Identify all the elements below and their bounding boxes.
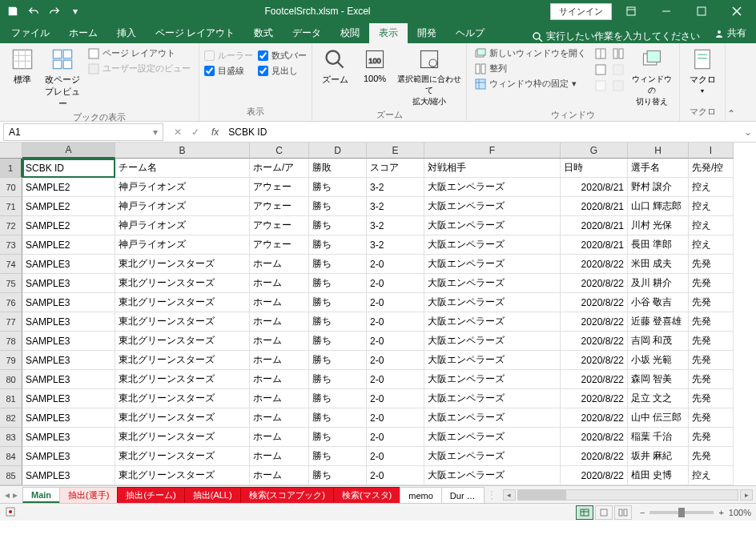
cell[interactable]: SAMPLE3 <box>22 293 115 312</box>
ribbon-tab-ヘルプ[interactable]: ヘルプ <box>446 23 494 43</box>
sheet-nav-prev-icon[interactable]: ◂ <box>5 489 10 501</box>
cell[interactable]: 山口 輝志郎 <box>628 197 689 216</box>
cell[interactable]: 2-0 <box>367 428 424 447</box>
cell[interactable]: 東北グリーンスターズ <box>115 466 250 485</box>
row-header[interactable]: 78 <box>0 332 22 351</box>
column-header[interactable]: A <box>22 143 115 159</box>
collapse-ribbon-icon[interactable]: ⌃ <box>726 107 742 121</box>
cell[interactable]: SAMPLE3 <box>22 428 115 447</box>
sheet-tab[interactable]: 抽出(チーム) <box>117 487 184 503</box>
cell[interactable]: 勝ち <box>309 312 367 332</box>
zoom-100-button[interactable]: 100100% <box>357 46 392 107</box>
cell[interactable]: 2020/8/22 <box>561 332 628 351</box>
minimize-icon[interactable] <box>650 2 682 21</box>
cell[interactable]: 森岡 智美 <box>628 370 689 389</box>
cell[interactable]: 先発 <box>689 274 734 293</box>
macros-button[interactable]: マクロ▾ <box>685 46 720 104</box>
sync-scroll-icon[interactable] <box>612 64 625 77</box>
gridlines-checkbox[interactable]: 目盛線 <box>204 65 253 77</box>
cell[interactable]: 神戸ライオンズ <box>115 235 250 255</box>
maximize-icon[interactable] <box>686 2 718 21</box>
cell[interactable]: 2020/8/22 <box>561 428 628 447</box>
formula-input[interactable]: SCBK ID <box>223 127 740 138</box>
cell[interactable]: 勝ち <box>309 370 367 389</box>
cell[interactable]: 2020/8/21 <box>561 178 628 197</box>
cell[interactable]: SAMPLE2 <box>22 235 115 255</box>
cell[interactable]: 大阪エンペラーズ <box>424 389 561 408</box>
cell[interactable]: 東北グリーンスターズ <box>115 428 250 447</box>
cell[interactable]: 大阪エンペラーズ <box>424 332 561 351</box>
row-header[interactable]: 1 <box>0 159 22 178</box>
cell[interactable]: 大阪エンペラーズ <box>424 428 561 447</box>
cell[interactable]: 大阪エンペラーズ <box>424 293 561 312</box>
cell[interactable]: SAMPLE3 <box>22 466 115 485</box>
cell[interactable]: SAMPLE3 <box>22 274 115 293</box>
cell[interactable]: 東北グリーンスターズ <box>115 447 250 466</box>
cell[interactable]: 吉岡 和茂 <box>628 332 689 351</box>
cell[interactable]: ホーム <box>250 466 309 485</box>
cell[interactable]: 東北グリーンスターズ <box>115 255 250 274</box>
cell[interactable]: 2020/8/22 <box>561 293 628 312</box>
ribbon-tab-ファイル[interactable]: ファイル <box>2 23 59 43</box>
cell[interactable]: ホーム <box>250 312 309 332</box>
row-header[interactable]: 76 <box>0 293 22 312</box>
cell[interactable]: 先発 <box>689 447 734 466</box>
cell[interactable]: 勝ち <box>309 255 367 274</box>
cell[interactable]: 勝ち <box>309 332 367 351</box>
cell[interactable]: 山中 伝三郎 <box>628 408 689 428</box>
cell[interactable]: 選手名 <box>628 159 689 178</box>
cell[interactable]: 2-0 <box>367 389 424 408</box>
row-header[interactable]: 75 <box>0 274 22 293</box>
cell[interactable]: 2-0 <box>367 274 424 293</box>
cell[interactable]: 控え <box>689 216 734 235</box>
cancel-formula-icon[interactable]: ✕ <box>170 127 186 138</box>
cell[interactable]: 2020/8/22 <box>561 274 628 293</box>
ruler-checkbox[interactable]: ルーラー <box>204 50 253 62</box>
cell[interactable]: SAMPLE3 <box>22 389 115 408</box>
redo-icon[interactable] <box>45 2 64 21</box>
qat-dropdown-icon[interactable]: ▾ <box>66 2 85 21</box>
cell[interactable]: 2-0 <box>367 255 424 274</box>
cell[interactable]: 植田 史博 <box>628 466 689 485</box>
zoom-in-button[interactable]: + <box>718 508 723 517</box>
column-header[interactable]: G <box>561 143 628 159</box>
unhide-icon[interactable] <box>594 80 607 93</box>
cell[interactable]: 2020/8/22 <box>561 408 628 428</box>
cell[interactable]: 先発 <box>689 293 734 312</box>
cell[interactable]: 勝敗 <box>309 159 367 178</box>
cell[interactable]: 近藤 登喜雄 <box>628 312 689 332</box>
cell[interactable]: 控え <box>689 178 734 197</box>
cell[interactable]: 神戸ライオンズ <box>115 216 250 235</box>
cell[interactable]: 先発 <box>689 389 734 408</box>
cell[interactable]: ホーム <box>250 370 309 389</box>
new-window-button[interactable]: 新しいウィンドウを開く <box>472 46 589 60</box>
cell[interactable]: 勝ち <box>309 216 367 235</box>
cell[interactable]: 2020/8/21 <box>561 235 628 255</box>
cell[interactable]: 2020/8/21 <box>561 197 628 216</box>
zoom-selection-button[interactable]: 選択範囲に合わせて 拡大/縮小 <box>397 46 461 107</box>
cell[interactable]: 2-0 <box>367 370 424 389</box>
cell[interactable]: 東北グリーンスターズ <box>115 293 250 312</box>
cell[interactable]: 神戸ライオンズ <box>115 197 250 216</box>
cell[interactable]: 3-2 <box>367 235 424 255</box>
cell[interactable]: 2020/8/22 <box>561 351 628 370</box>
column-header[interactable]: E <box>367 143 424 159</box>
cell[interactable]: 先発 <box>689 428 734 447</box>
row-header[interactable]: 82 <box>0 408 22 428</box>
cell[interactable]: 大阪エンペラーズ <box>424 274 561 293</box>
view-normal-icon[interactable] <box>576 505 593 520</box>
close-icon[interactable] <box>721 2 753 21</box>
cell[interactable]: 2020/8/22 <box>561 370 628 389</box>
cell[interactable]: 大阪エンペラーズ <box>424 235 561 255</box>
cell[interactable]: 2020/8/22 <box>561 312 628 332</box>
cell[interactable]: 対戦相手 <box>424 159 561 178</box>
column-header[interactable]: D <box>309 143 367 159</box>
cell[interactable]: ホーム <box>250 389 309 408</box>
sheet-tab[interactable]: 検索(マスタ) <box>333 487 400 503</box>
cell[interactable]: アウェー <box>250 178 309 197</box>
cell[interactable]: SCBK ID <box>22 159 115 178</box>
row-header[interactable]: 80 <box>0 370 22 389</box>
cell[interactable]: 2-0 <box>367 312 424 332</box>
split-icon[interactable] <box>594 48 607 61</box>
cell[interactable]: SAMPLE3 <box>22 332 115 351</box>
